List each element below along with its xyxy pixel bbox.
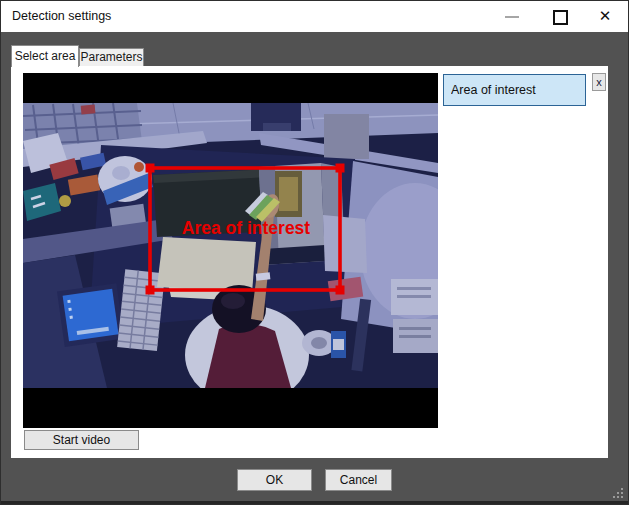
close-icon: ✕ <box>599 7 612 24</box>
camera-scene <box>23 103 438 405</box>
tab-parameters[interactable]: Parameters <box>79 48 144 66</box>
title-bar[interactable]: Detection settings ✕ <box>1 1 628 32</box>
select-area-tab-page: Area of interest x Start video <box>11 66 608 458</box>
tab-select-area[interactable]: Select area <box>11 45 79 67</box>
roi-handle-top-right[interactable] <box>336 164 345 173</box>
close-button[interactable]: ✕ <box>586 1 624 32</box>
roi-handle-bottom-right[interactable] <box>336 286 345 295</box>
maximize-button[interactable] <box>540 1 578 32</box>
ok-button[interactable]: OK <box>237 469 312 491</box>
resize-grip-icon[interactable] <box>611 486 625 500</box>
maximize-icon <box>553 10 568 25</box>
minimize-icon <box>505 16 519 18</box>
roi-handle-top-left[interactable] <box>146 164 155 173</box>
video-preview[interactable]: Area of interest <box>23 73 438 428</box>
minimize-button[interactable] <box>493 1 531 32</box>
area-name-input[interactable] <box>443 74 586 106</box>
start-video-button[interactable]: Start video <box>24 430 139 450</box>
remove-area-button[interactable]: x <box>592 73 606 91</box>
window-bottom-edge <box>1 501 628 504</box>
camera-frame-image: Area of interest <box>23 73 438 428</box>
roi-handle-bottom-left[interactable] <box>146 286 155 295</box>
detection-settings-dialog: Detection settings ✕ Select area Paramet… <box>0 0 629 505</box>
cancel-button[interactable]: Cancel <box>325 469 392 491</box>
roi-label: Area of interest <box>182 218 311 238</box>
window-title: Detection settings <box>12 1 111 32</box>
